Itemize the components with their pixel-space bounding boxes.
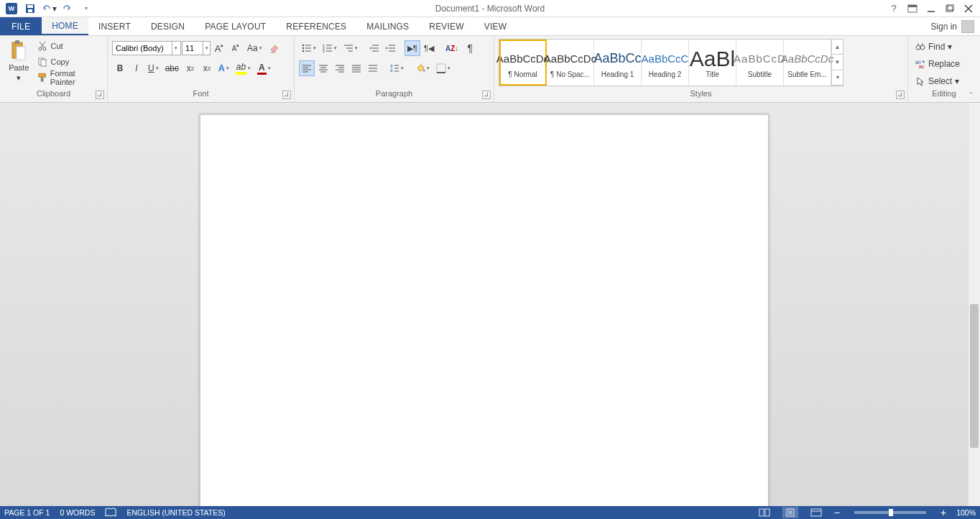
status-word-count[interactable]: 0 WORDS <box>60 508 95 517</box>
zoom-slider[interactable] <box>854 511 926 514</box>
shading-button[interactable]: ▾ <box>412 60 433 76</box>
justify-button[interactable] <box>348 60 364 76</box>
tab-home[interactable]: HOME <box>42 17 88 35</box>
borders-button[interactable]: ▾ <box>433 60 453 76</box>
minimize-button[interactable] <box>923 1 940 17</box>
style-title[interactable]: AaBl Title <box>689 40 736 86</box>
style-heading-2[interactable]: AaBbCcC Heading 2 <box>642 40 689 86</box>
format-painter-button[interactable]: Format Painter <box>34 70 103 85</box>
style-label: Subtle Em... <box>787 70 826 78</box>
font-size-input[interactable] <box>182 44 203 52</box>
highlight-button[interactable]: ab▾ <box>233 60 254 76</box>
tab-review[interactable]: REVIEW <box>419 17 474 35</box>
group-clipboard: Paste ▾ Cut Copy Format Painter Clipboar… <box>0 36 108 102</box>
sign-in-button[interactable]: Sign in <box>925 17 980 35</box>
ribbon-display-options-button[interactable] <box>904 1 921 17</box>
styles-scroll-up[interactable]: ▲ <box>832 40 843 55</box>
collapse-ribbon-button[interactable]: ˆ <box>966 91 977 101</box>
superscript-button[interactable]: x2 <box>199 60 215 76</box>
status-language[interactable]: ENGLISH (UNITED STATES) <box>126 508 225 517</box>
increase-indent-button[interactable] <box>383 40 399 56</box>
styles-launcher[interactable] <box>896 91 905 99</box>
style-subtitle[interactable]: AaBbCcD Subtitle <box>736 40 784 86</box>
paragraph-launcher[interactable] <box>482 91 491 99</box>
show-marks-button[interactable]: ¶ <box>462 40 478 56</box>
view-web-layout[interactable] <box>808 507 824 518</box>
font-name-input[interactable] <box>113 44 172 52</box>
bullets-button[interactable]: ▾ <box>299 40 319 56</box>
style-normal[interactable]: AaBbCcDc ¶ Normal <box>499 40 547 86</box>
numbering-button[interactable]: 123▾ <box>320 40 340 56</box>
help-button[interactable]: ? <box>885 1 902 17</box>
word-logo[interactable]: W <box>3 1 20 17</box>
font-color-button[interactable]: A▾ <box>254 60 274 76</box>
tab-insert[interactable]: INSERT <box>88 17 141 35</box>
subscript-button[interactable]: x2 <box>182 60 198 76</box>
title-bar: W ▾ ▾ Document1 - Microsoft Word ? <box>0 0 980 17</box>
status-page[interactable]: PAGE 1 OF 1 <box>4 508 50 517</box>
rtl-direction-button[interactable]: ¶◀ <box>421 40 437 56</box>
align-right-button[interactable] <box>332 60 348 76</box>
close-button[interactable] <box>960 1 977 17</box>
svg-rect-80 <box>811 509 821 516</box>
zoom-level[interactable]: 100% <box>956 508 976 517</box>
status-spellcheck[interactable] <box>105 507 116 518</box>
align-left-icon <box>302 64 312 73</box>
bold-button[interactable]: B <box>112 60 128 76</box>
style-subtle-emphasis[interactable]: AaBbCcDc Subtle Em... <box>784 40 831 86</box>
strikethrough-button[interactable]: abc <box>162 60 182 76</box>
clear-formatting-button[interactable] <box>266 40 283 56</box>
view-read-mode[interactable] <box>757 507 772 518</box>
decrease-indent-button[interactable] <box>366 40 382 56</box>
text-effects-button[interactable]: A▾ <box>216 60 232 76</box>
vertical-scrollbar[interactable] <box>968 103 980 506</box>
view-print-layout[interactable] <box>782 507 798 518</box>
zoom-out-button[interactable]: − <box>834 507 840 518</box>
zoom-in-button[interactable]: + <box>940 507 946 518</box>
redo-button[interactable] <box>59 1 76 17</box>
line-spacing-button[interactable]: ▾ <box>387 60 407 76</box>
find-button[interactable]: Find▾ <box>912 39 955 55</box>
grow-font-button[interactable]: A▴ <box>211 40 227 56</box>
copy-button[interactable]: Copy <box>34 55 103 69</box>
tab-file[interactable]: FILE <box>0 17 42 35</box>
distributed-button[interactable] <box>365 60 381 76</box>
font-name-dropdown[interactable]: ▾ <box>172 42 180 55</box>
underline-button[interactable]: U▾ <box>145 60 162 76</box>
maximize-button[interactable] <box>941 1 958 17</box>
redo-icon <box>63 4 73 13</box>
undo-button[interactable]: ▾ <box>40 1 57 17</box>
clipboard-launcher[interactable] <box>96 91 104 99</box>
multilevel-list-button[interactable]: ▾ <box>341 40 361 56</box>
tab-view[interactable]: VIEW <box>474 17 517 35</box>
styles-more-button[interactable]: ▾ <box>832 70 843 86</box>
font-size-dropdown[interactable]: ▾ <box>203 42 210 55</box>
font-size-combo[interactable]: ▾ <box>182 41 211 55</box>
scrollbar-thumb[interactable] <box>970 304 979 448</box>
tab-page-layout[interactable]: PAGE LAYOUT <box>195 17 276 35</box>
style-no-spacing[interactable]: AaBbCcDc ¶ No Spac... <box>547 40 594 86</box>
cut-button[interactable]: Cut <box>34 39 103 53</box>
change-case-button[interactable]: Aa▾ <box>244 40 265 56</box>
web-layout-icon <box>810 508 822 517</box>
zoom-slider-knob[interactable] <box>889 509 893 516</box>
qat-customize-button[interactable]: ▾ <box>78 1 95 17</box>
document-page[interactable] <box>200 114 769 506</box>
paste-button[interactable]: Paste ▾ <box>4 37 33 85</box>
ltr-direction-button[interactable]: ▶¶ <box>405 40 420 56</box>
align-left-button[interactable] <box>299 60 315 76</box>
align-center-button[interactable] <box>315 60 331 76</box>
italic-button[interactable]: I <box>129 60 144 76</box>
font-name-combo[interactable]: ▾ <box>112 41 181 55</box>
style-heading-1[interactable]: AaBbCc Heading 1 <box>594 40 642 86</box>
font-launcher[interactable] <box>282 91 291 99</box>
tab-mailings[interactable]: MAILINGS <box>356 17 419 35</box>
save-button[interactable] <box>22 1 39 17</box>
sort-button[interactable]: AZ↓ <box>443 40 461 56</box>
styles-scroll-down[interactable]: ▼ <box>832 55 843 70</box>
select-button[interactable]: Select▾ <box>912 73 962 89</box>
replace-button[interactable]: abac Replace <box>912 56 963 72</box>
shrink-font-button[interactable]: A▾ <box>228 40 244 56</box>
tab-design[interactable]: DESIGN <box>141 17 195 35</box>
tab-references[interactable]: REFERENCES <box>276 17 356 35</box>
